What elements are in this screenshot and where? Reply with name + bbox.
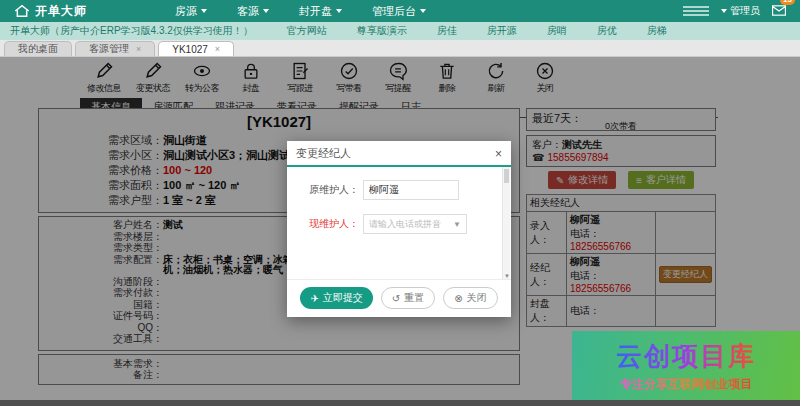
change-agent-modal: 变更经纪人 × 原维护人： 现维护人： 请输入电话或拼音 ▼ [287,141,511,317]
top-navbar: 开单大师 房源 客源 封开盘 管理后台 管理员 13 [0,0,800,22]
old-maintainer-label: 原维护人： [287,183,359,197]
lock-icon [241,61,261,81]
eye-icon [192,61,212,81]
new-maintainer-select[interactable]: 请输入电话或拼音 ▼ [363,214,467,234]
menu-housing[interactable]: 房源 [175,4,207,19]
chevron-down-icon [201,9,207,13]
main-menu: 房源 客源 封开盘 管理后台 [175,4,426,19]
demand-area-value: 洞山街道 [163,133,207,148]
check-circle-icon [339,61,359,81]
app-logo[interactable]: 开单大师 [0,3,175,20]
write-followup-button[interactable]: 写跟进 [282,61,318,95]
mail-icon [772,5,786,16]
chevron-down-icon [721,9,727,13]
new-maintainer-label: 现维护人： [287,217,359,231]
table-row: 封盘人： 电话： [527,296,716,327]
mail-button[interactable]: 13 [772,2,786,20]
user-menu[interactable]: 管理员 [721,4,760,18]
close-icon[interactable]: × [136,45,141,54]
modal-scrollbar[interactable]: ▼ [502,167,510,279]
close-circle-icon: ⊗ [454,293,462,304]
watermark: 云创项目库 专注分享互联网创业项目 [572,331,800,400]
related-agents-table: 相关经纪人 录入人： 柳阿遥 电话：18256556766 经纪人： 柳阿遥 电… [526,194,716,327]
scroll-down-icon[interactable]: ▼ [503,273,511,279]
sidebar-buttons: ✎修改详情 ≡客户详情 [526,171,716,189]
demand-layout-value: 1 室 ~ 2 室 [163,193,216,208]
recent-value: 0次带看 [527,120,715,133]
to-public-button[interactable]: 转为公客 [184,61,220,95]
app-title: 开单大师 [35,3,87,20]
link-fangyou[interactable]: 房优 [597,24,617,38]
chevron-down-icon [420,9,426,13]
info-links: 官方网站 尊享版演示 房佳 房开源 房哨 房优 房梯 [287,24,667,38]
info-bar: 开单大师（房产中介ERP学习版4.3.2仅供学习使用！） 官方网站 尊享版演示 … [0,22,800,40]
trash-icon [437,61,457,81]
scrollbar-thumb[interactable] [504,169,509,183]
tab-customer-mgmt[interactable]: 客源管理× [75,41,155,56]
reset-icon: ↺ [392,293,400,304]
customer-label: 客户： [532,139,562,150]
license-stamp [683,6,709,16]
modal-header: 变更经纪人 × [287,141,511,165]
table-row: 经纪人： 柳阿遥 电话：18256556766 变更经纪人 [527,254,716,296]
close-icon[interactable]: × [215,45,220,54]
house-logo-icon [14,4,30,18]
link-premium-demo[interactable]: 尊享版演示 [357,24,407,38]
write-showing-button[interactable]: 写带看 [331,61,367,95]
link-fangjia[interactable]: 房佳 [437,24,457,38]
menu-sealed[interactable]: 封开盘 [299,4,342,19]
seal-button[interactable]: 封盘 [233,61,269,95]
pencil-icon [143,61,163,81]
customer-contact-box: 客户：测试先生 ☎15855697894 [526,135,716,167]
menu-customers[interactable]: 客源 [237,4,269,19]
close-button[interactable]: ⊗关闭 [443,287,497,309]
write-reminder-button[interactable]: 写提醒 [380,61,416,95]
right-sidebar: 最近7天： 0次带看 客户：测试先生 ☎15855697894 ✎修改详情 ≡客… [526,108,716,327]
old-maintainer-input[interactable] [363,180,459,200]
demand-price-value: 100 ~ 120 [163,163,212,178]
notes-box: 基本需求： 备注： [38,354,520,385]
tab-bar: 我的桌面 客源管理× YK1027× [0,40,800,57]
workspace: 修改信息 变更状态 转为公客 封盘 写跟进 写带看 [0,57,800,406]
edit-info-button[interactable]: 修改信息 [86,61,122,95]
chevron-down-icon [336,9,342,13]
link-official-site[interactable]: 官方网站 [287,24,327,38]
mail-badge: 13 [780,0,795,5]
record-toolbar: 修改信息 变更状态 转为公客 封盘 写跟进 写带看 [0,57,800,96]
change-status-button[interactable]: 变更状态 [135,61,171,95]
edit-detail-button[interactable]: ✎修改详情 [548,171,616,189]
note-icon [290,61,310,81]
change-agent-button[interactable]: 变更经纪人 [659,266,712,283]
link-fangkaiyuan[interactable]: 房开源 [487,24,517,38]
delete-button[interactable]: 删除 [429,61,465,95]
modal-close-icon[interactable]: × [495,148,502,160]
send-icon: ✈ [310,293,318,304]
tab-yk1027[interactable]: YK1027× [158,41,234,56]
chevron-down-icon [263,9,269,13]
edit-icon: ✎ [556,175,564,186]
customer-name: 测试先生 [562,139,602,150]
table-row: 录入人： 柳阿遥 电话：18256556766 [527,212,716,254]
close-record-button[interactable]: 关闭 [527,61,563,95]
customer-detail-button[interactable]: ≡客户详情 [628,171,694,189]
refresh-button[interactable]: 刷新 [478,61,514,95]
recent-showings-box: 最近7天： 0次带看 [526,108,716,131]
tab-my-desktop[interactable]: 我的桌面 [4,41,72,56]
edition-notice: 开单大师（房产中介ERP学习版4.3.2仅供学习使用！） [0,24,253,38]
watermark-subtitle: 专注分享互联网创业项目 [620,376,752,393]
submit-button[interactable]: ✈立即提交 [300,287,372,309]
link-fangshao[interactable]: 房哨 [547,24,567,38]
close-circle-icon [535,61,555,81]
list-icon: ≡ [636,175,642,186]
refresh-icon [486,61,506,81]
chevron-down-icon: ▼ [453,220,461,229]
link-fangti[interactable]: 房梯 [647,24,667,38]
app-window: 开单大师 房源 客源 封开盘 管理后台 管理员 13 开单大师（房产中介E [0,0,800,406]
watermark-title: 云创项目库 [616,339,756,374]
modal-body: 原维护人： 现维护人： 请输入电话或拼音 ▼ ▼ [287,167,511,279]
customer-code: [YK1027] [45,113,513,130]
customer-phone: 15855697894 [547,152,608,163]
chat-bubble-icon [388,61,408,81]
menu-admin[interactable]: 管理后台 [372,4,426,19]
reset-button[interactable]: ↺重置 [381,287,435,309]
